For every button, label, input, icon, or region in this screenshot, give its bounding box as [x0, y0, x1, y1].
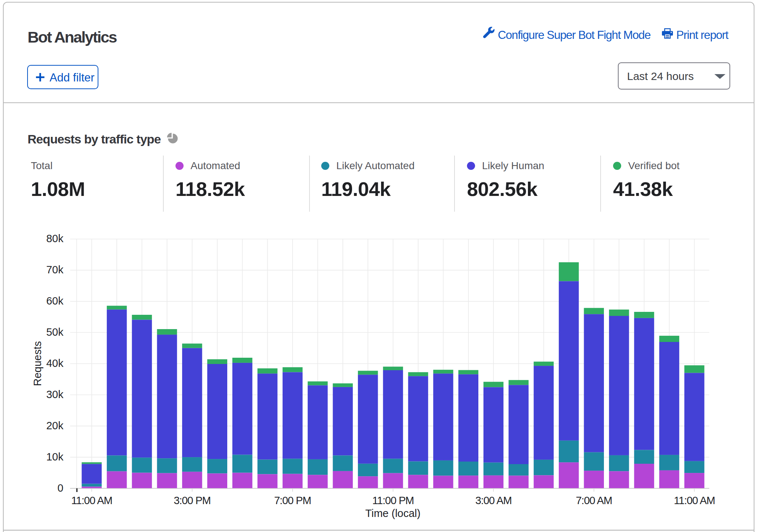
svg-text:10k: 10k [46, 451, 64, 463]
svg-text:3:00 PM: 3:00 PM [174, 495, 210, 506]
svg-text:Requests: Requests [32, 341, 43, 386]
svg-text:11:00 AM: 11:00 AM [71, 495, 112, 506]
svg-text:60k: 60k [46, 295, 64, 307]
svg-text:0: 0 [58, 482, 64, 494]
svg-text:11:00 PM: 11:00 PM [372, 495, 414, 506]
svg-text:20k: 20k [46, 420, 64, 431]
svg-text:3:00 AM: 3:00 AM [475, 495, 512, 506]
svg-text:7:00 PM: 7:00 PM [274, 495, 311, 506]
svg-text:Time (local): Time (local) [365, 507, 420, 519]
svg-text:80k: 80k [46, 233, 64, 244]
svg-text:30k: 30k [46, 389, 64, 400]
svg-text:50k: 50k [46, 326, 64, 338]
svg-text:7:00 AM: 7:00 AM [576, 495, 612, 506]
svg-text:11:00 AM: 11:00 AM [674, 495, 715, 506]
svg-text:40k: 40k [46, 357, 64, 369]
svg-text:70k: 70k [46, 264, 64, 276]
